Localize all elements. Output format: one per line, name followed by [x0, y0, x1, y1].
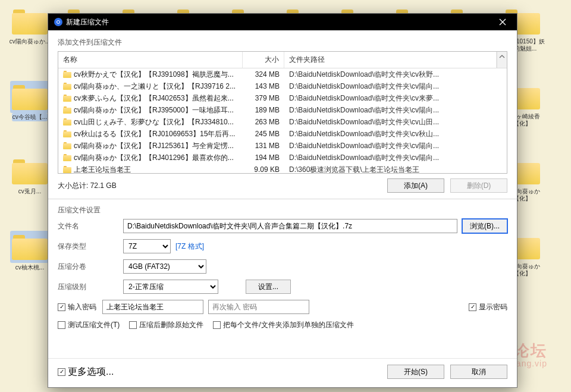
file-list-row[interactable]: cv陽向葵ゅか【汉化】【RJ125361】与全肯定愣...131 MBD:\Ba… [58, 140, 507, 152]
folder-icon [63, 71, 71, 78]
add-button[interactable]: 添加(A) [387, 178, 444, 193]
file-list-row[interactable]: cv秋山はるる【汉化】【RJ01069653】15年后再...245 MBD:\… [58, 128, 507, 140]
file-path-cell: D:\BaiduNetdiskDownload\临时文件夹\cv陽向... [284, 105, 507, 115]
file-path-cell: D:\BaiduNetdiskDownload\临时文件夹\cv秋山... [284, 129, 507, 139]
cancel-button[interactable]: 取消 [450, 365, 507, 379]
per-file-archive-label: 把每个文件/文件夹添加到单独的压缩文件 [223, 320, 353, 330]
app-icon [54, 18, 62, 26]
file-name-cell: cv陽向葵ゅか【汉化】【RJ125361】与全肯定愣... [58, 141, 243, 151]
file-name-cell: cv陽向葵ゅか【汉化】【RJ401296】最喜欢你的... [58, 153, 243, 163]
savetype-select[interactable]: 7Z [123, 239, 171, 253]
split-select[interactable]: 4GB (FAT32) [123, 259, 206, 274]
file-path-cell: D:\BaiduNetdiskDownload\临时文件夹\cv陽向... [284, 141, 507, 151]
more-options-toggle[interactable]: 更多选项... [58, 366, 114, 378]
show-password-label: 显示密码 [479, 302, 507, 312]
test-archive-label: 测试压缩文件(T) [68, 320, 120, 330]
file-list-row[interactable]: cv秋野かえで【汉化】【RJ391098】褐肤恶魔与...324 MBD:\Ba… [58, 68, 507, 80]
scrollbar-head [497, 52, 507, 68]
archive-settings-label: 压缩文件设置 [58, 205, 507, 215]
file-name-cell: 上老王论坛当老王 [58, 165, 243, 174]
col-header-name[interactable]: 名称 [58, 52, 243, 68]
per-file-archive-checkbox[interactable]: 把每个文件/文件夹添加到单独的压缩文件 [213, 320, 353, 330]
delete-original-checkbox[interactable]: 压缩后删除原始文件 [129, 320, 203, 330]
level-label: 压缩级别 [58, 282, 123, 292]
file-size-cell: 263 MB [243, 118, 284, 126]
file-list-row[interactable]: cv来夢ふらん【汉化】【RJ402653】虽然着起来...379 MBD:\Ba… [58, 92, 507, 104]
folder-icon [63, 95, 71, 102]
file-size-cell: 194 MB [243, 153, 284, 162]
level-select[interactable]: 2-正常压缩 [123, 280, 218, 294]
savetype-label: 保存类型 [58, 242, 123, 252]
split-label: 压缩分卷 [58, 262, 123, 272]
file-list-header[interactable]: 名称 大小 文件夹路径 [58, 52, 507, 68]
format-link[interactable]: [7Z 格式] [175, 242, 204, 252]
title-bar: 新建压缩文件 [48, 14, 517, 30]
folder-icon [63, 106, 71, 114]
new-archive-dialog: 新建压缩文件 添加文件到压缩文件 名称 大小 文件夹路径 cv秋野かえで【汉化】… [48, 13, 517, 388]
file-name-cell: cv山田じぇみ子、彩夢ひな【汉化】【RJ334810... [58, 117, 243, 127]
file-list-row[interactable]: cv陽向葵ゅか【汉化】【RJ401296】最喜欢你的...194 MBD:\Ba… [58, 152, 507, 164]
password-label: 输入密码 [68, 302, 96, 312]
file-list-row[interactable]: cv陽向葵ゅか、一之濑りと【汉化】【RJ39716 2...143 MBD:\B… [58, 80, 507, 92]
browse-button[interactable]: 浏览(B)... [462, 219, 507, 233]
checkbox-icon [58, 321, 65, 329]
checkbox-icon [58, 368, 65, 376]
folder-icon [63, 130, 71, 137]
checkbox-icon [469, 303, 476, 311]
file-name-cell: cv来夢ふらん【汉化】【RJ402653】虽然着起来... [58, 93, 243, 104]
enter-password-checkbox[interactable]: 输入密码 [58, 302, 96, 312]
window-title: 新建压缩文件 [66, 17, 109, 27]
file-size-cell: 131 MB [243, 142, 284, 150]
file-size-cell: 379 MB [243, 94, 284, 102]
file-path-cell: D:\BaiduNetdiskDownload\临时文件夹\cv来夢... [284, 93, 507, 104]
folder-icon [63, 166, 71, 173]
file-size-cell: 189 MB [243, 106, 284, 114]
file-list[interactable]: 名称 大小 文件夹路径 cv秋野かえで【汉化】【RJ391098】褐肤恶魔与..… [58, 51, 507, 174]
file-list-row[interactable]: cv陽向葵ゅか【汉化】【RJ395000】一味地舔耳...189 MBD:\Ba… [58, 104, 507, 116]
checkbox-icon [58, 303, 65, 311]
chevron-up-icon [497, 52, 507, 61]
start-button[interactable]: 开始(S) [387, 365, 444, 379]
file-name-cell: cv秋野かえで【汉化】【RJ391098】褐肤恶魔与... [58, 70, 243, 80]
file-list-body[interactable]: cv秋野かえで【汉化】【RJ391098】褐肤恶魔与...324 MBD:\Ba… [58, 68, 507, 173]
filename-label: 文件名 [58, 221, 123, 231]
file-name-cell: cv陽向葵ゅか【汉化】【RJ395000】一味地舔耳... [58, 105, 243, 115]
folder-icon [63, 142, 71, 149]
folder-icon [63, 154, 71, 161]
password-input[interactable] [102, 300, 203, 314]
filename-input[interactable] [123, 219, 457, 233]
file-path-cell: D:\360极速浏览器下载\上老王论坛当老王 [284, 165, 507, 174]
delete-original-label: 压缩后删除原始文件 [139, 320, 203, 330]
show-password-checkbox[interactable]: 显示密码 [469, 302, 507, 312]
password-reenter-input[interactable] [208, 300, 309, 314]
col-header-size[interactable]: 大小 [243, 52, 284, 68]
file-path-cell: D:\BaiduNetdiskDownload\临时文件夹\cv秋野... [284, 70, 507, 80]
file-size-cell: 324 MB [243, 70, 284, 79]
close-button[interactable] [492, 14, 513, 30]
folder-icon [63, 83, 71, 90]
file-size-cell: 9.09 KB [243, 165, 284, 173]
file-size-cell: 143 MB [243, 82, 284, 90]
file-path-cell: D:\BaiduNetdiskDownload\临时文件夹\cv陽向... [284, 81, 507, 92]
dialog-footer: 更多选项... 开始(S) 取消 [48, 358, 517, 387]
total-size-label: 大小总计: 72.1 GB [58, 181, 117, 191]
checkbox-icon [129, 321, 137, 329]
more-options-label: 更多选项... [68, 366, 114, 378]
file-list-row[interactable]: 上老王论坛当老王9.09 KBD:\360极速浏览器下载\上老王论坛当老王 [58, 164, 507, 173]
file-name-cell: cv陽向葵ゅか、一之濑りと【汉化】【RJ39716 2... [58, 81, 243, 92]
close-icon [499, 18, 506, 26]
delete-button: 删除(D) [450, 178, 507, 193]
checkbox-icon [213, 321, 221, 329]
file-path-cell: D:\BaiduNetdiskDownload\临时文件夹\cv陽向... [284, 153, 507, 163]
file-path-cell: D:\BaiduNetdiskDownload\临时文件夹\cv山田... [284, 117, 507, 127]
folder-icon [63, 118, 71, 126]
settings-button[interactable]: 设置... [246, 280, 291, 294]
test-archive-checkbox[interactable]: 测试压缩文件(T) [58, 320, 120, 330]
col-header-path[interactable]: 文件夹路径 [284, 52, 497, 68]
file-list-row[interactable]: cv山田じぇみ子、彩夢ひな【汉化】【RJ334810...263 MBD:\Ba… [58, 116, 507, 128]
file-name-cell: cv秋山はるる【汉化】【RJ01069653】15年后再... [58, 129, 243, 139]
add-files-label: 添加文件到压缩文件 [58, 37, 507, 48]
file-size-cell: 245 MB [243, 130, 284, 138]
